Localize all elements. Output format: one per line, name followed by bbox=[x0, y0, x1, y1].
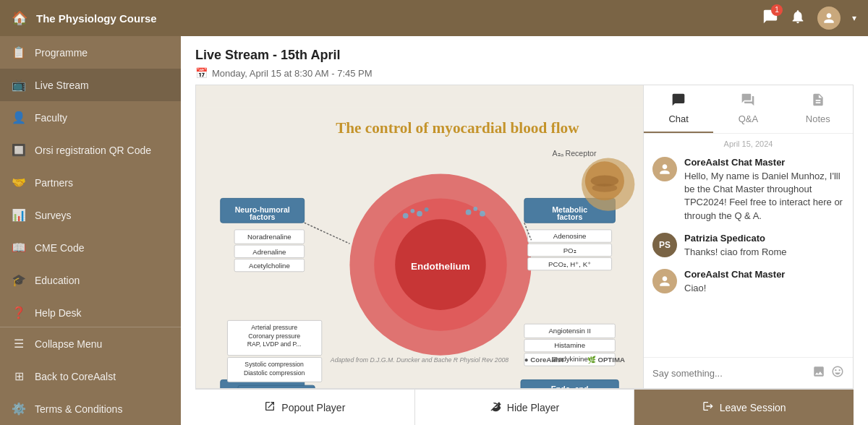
popout-icon bbox=[264, 400, 276, 415]
chat-panel: Chat Q&A Notes April bbox=[644, 85, 854, 389]
sidebar-item-label: Faculty bbox=[35, 112, 67, 124]
sender-avatar bbox=[652, 157, 677, 181]
notes-tab-icon bbox=[811, 93, 825, 111]
svg-point-13 bbox=[480, 211, 485, 217]
topbar-chevron-icon[interactable]: ▾ bbox=[852, 13, 856, 23]
sender-avatar bbox=[652, 269, 677, 293]
svg-text:Noradrenaline: Noradrenaline bbox=[247, 233, 292, 241]
sidebar-item-label: Terms & Conditions bbox=[35, 403, 122, 415]
partners-icon: 🤝 bbox=[12, 176, 26, 189]
hide-player-label: Hide Player bbox=[507, 402, 559, 413]
diagram-container: The control of myocardial blood flow A₂ₐ… bbox=[196, 85, 643, 388]
chat-message: CoreAalst Chat Master Hello, My name is … bbox=[652, 157, 844, 223]
calendar-icon: 📅 bbox=[195, 67, 208, 79]
svg-text:factors: factors bbox=[250, 212, 275, 221]
education-icon: 🎓 bbox=[12, 273, 26, 287]
cme-code-icon: 📖 bbox=[12, 241, 26, 254]
chat-text: Thanks! ciao from Rome bbox=[684, 246, 844, 259]
chat-message: CoreAalst Chat Master Ciao! bbox=[652, 269, 844, 295]
chat-input[interactable] bbox=[652, 368, 807, 379]
svg-text:Adapted from D.J.G.M. Duncker : Adapted from D.J.G.M. Duncker and Bache … bbox=[330, 356, 509, 364]
chat-messages: CoreAalst Chat Master Hello, My name is … bbox=[644, 151, 853, 357]
notes-tab-label: Notes bbox=[806, 113, 830, 124]
svg-text:The control of myocardial bloo: The control of myocardial blood flow bbox=[336, 119, 579, 137]
chat-message-body: Patrizia Spedicato Thanks! ciao from Rom… bbox=[684, 233, 844, 259]
stream-chat-row: The control of myocardial blood flow A₂ₐ… bbox=[195, 85, 854, 389]
sidebar-item-cme-code[interactable]: 📖 CME Code bbox=[0, 231, 181, 264]
svg-text:Acetylcholine: Acetylcholine bbox=[249, 262, 290, 270]
svg-text:Coronary pressure: Coronary pressure bbox=[248, 332, 300, 340]
sidebar-item-programme[interactable]: 📋 Programme bbox=[0, 36, 181, 69]
chat-text: Ciao! bbox=[684, 282, 844, 295]
programme-icon: 📋 bbox=[12, 46, 26, 59]
sidebar-item-label: Collapse Menu bbox=[35, 338, 102, 350]
image-attachment-icon[interactable] bbox=[812, 365, 825, 381]
sidebar-item-orsi-qr[interactable]: 🔲 Orsi registration QR Code bbox=[0, 134, 181, 166]
sidebar-item-label: Orsi registration QR Code bbox=[35, 145, 151, 156]
svg-text:Arterial pressure: Arterial pressure bbox=[251, 324, 297, 331]
app-title: The Physiology Course bbox=[36, 12, 157, 25]
svg-text:PO₂: PO₂ bbox=[563, 246, 576, 254]
terms-icon: ⚙️ bbox=[12, 402, 26, 416]
chat-notification-icon[interactable]: 1 bbox=[762, 9, 778, 28]
page-header: Live Stream - 15th April 📅 Monday, April… bbox=[195, 48, 854, 79]
help-desk-icon: ❓ bbox=[12, 306, 26, 319]
svg-point-12 bbox=[473, 207, 477, 211]
chat-tab-icon bbox=[671, 93, 686, 111]
svg-point-11 bbox=[466, 210, 472, 215]
sidebar-item-partners[interactable]: 🤝 Partners bbox=[0, 166, 181, 199]
leave-session-button[interactable]: Leave Session bbox=[634, 390, 854, 425]
tab-qa[interactable]: Q&A bbox=[713, 85, 783, 133]
svg-point-8 bbox=[410, 209, 414, 213]
svg-text:🌿 OPTIMA: 🌿 OPTIMA bbox=[587, 356, 625, 364]
leave-icon bbox=[702, 400, 714, 415]
page-date: Monday, April 15 at 8:30 AM - 7:45 PM bbox=[212, 68, 373, 79]
sidebar-item-help-desk[interactable]: ❓ Help Desk bbox=[0, 296, 181, 327]
chat-sender: CoreAalst Chat Master bbox=[684, 269, 844, 280]
chat-text: Hello, My name is Daniel Munhoz, I'lll b… bbox=[684, 170, 844, 223]
svg-point-7 bbox=[403, 213, 409, 219]
leave-session-label: Leave Session bbox=[720, 402, 786, 413]
svg-text:Histamine: Histamine bbox=[554, 341, 585, 349]
emoji-icon[interactable] bbox=[831, 365, 844, 381]
svg-text:factors: factors bbox=[557, 212, 582, 221]
sidebar-item-collapse-menu[interactable]: ☰ Collapse Menu bbox=[0, 327, 181, 360]
video-panel: The control of myocardial blood flow A₂ₐ… bbox=[195, 85, 644, 389]
sidebar-item-terms[interactable]: ⚙️ Terms & Conditions bbox=[0, 392, 181, 425]
svg-text:● CoreAalst: ● CoreAalst bbox=[524, 356, 564, 364]
sidebar-item-label: Programme bbox=[35, 47, 88, 59]
sidebar-item-education[interactable]: 🎓 Education bbox=[0, 264, 181, 296]
sidebar-nav: 📋 Programme 📺 Live Stream 👤 Faculty 🔲 Or… bbox=[0, 36, 181, 327]
sidebar-item-surveys[interactable]: 📊 Surveys bbox=[0, 199, 181, 231]
user-avatar[interactable] bbox=[817, 7, 841, 30]
live-stream-icon: 📺 bbox=[12, 78, 26, 92]
surveys-icon: 📊 bbox=[12, 208, 26, 222]
svg-text:A₂ₐ Receptor: A₂ₐ Receptor bbox=[552, 149, 597, 158]
tab-chat[interactable]: Chat bbox=[644, 85, 713, 133]
bell-icon-wrapper[interactable] bbox=[790, 9, 806, 27]
sidebar-item-back-to-coreeaalst[interactable]: ⊞ Back to CoreAalst bbox=[0, 360, 181, 392]
sidebar-item-label: Live Stream bbox=[35, 80, 89, 91]
orsi-qr-icon: 🔲 bbox=[12, 143, 26, 157]
content-area: Live Stream - 15th April 📅 Monday, April… bbox=[181, 36, 868, 425]
popout-player-button[interactable]: Popout Player bbox=[195, 390, 415, 425]
bottom-bar: Popout Player Hide Player Leave Session bbox=[195, 389, 854, 425]
svg-text:PCO₂, H⁺, K⁺: PCO₂, H⁺, K⁺ bbox=[548, 260, 591, 268]
chat-sender: CoreAalst Chat Master bbox=[684, 157, 844, 168]
qa-tab-label: Q&A bbox=[739, 113, 758, 124]
sidebar-item-label: Education bbox=[35, 275, 80, 286]
notification-badge: 1 bbox=[771, 4, 783, 16]
sidebar-item-label: CME Code bbox=[35, 242, 84, 254]
sidebar-header[interactable]: 🏠 The Physiology Course bbox=[0, 0, 181, 36]
faculty-icon: 👤 bbox=[12, 111, 26, 124]
collapse-icon: ☰ bbox=[12, 337, 26, 351]
sidebar-item-label: Partners bbox=[35, 177, 73, 189]
chat-message: PS Patrizia Spedicato Thanks! ciao from … bbox=[652, 233, 844, 259]
hide-player-button[interactable]: Hide Player bbox=[415, 390, 635, 425]
svg-text:Adenosine: Adenosine bbox=[553, 232, 587, 240]
tab-notes[interactable]: Notes bbox=[783, 85, 853, 133]
sidebar-item-live-stream[interactable]: 📺 Live Stream bbox=[0, 69, 181, 101]
sidebar-bottom: ☰ Collapse Menu ⊞ Back to CoreAalst ⚙️ T… bbox=[0, 327, 181, 425]
sidebar-item-faculty[interactable]: 👤 Faculty bbox=[0, 101, 181, 134]
back-icon: ⊞ bbox=[12, 369, 26, 383]
